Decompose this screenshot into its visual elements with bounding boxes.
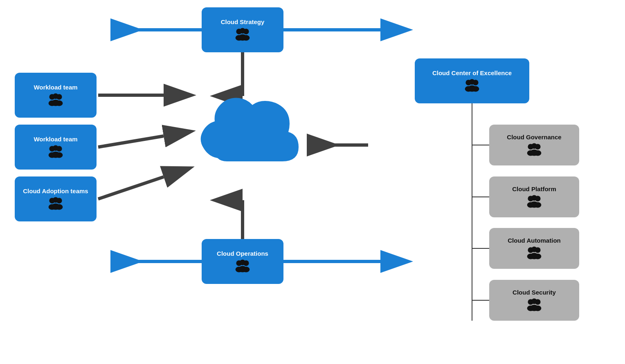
cloud-platform-people-icon: [524, 194, 545, 209]
cloud-shape: [168, 80, 315, 194]
svg-point-36: [238, 266, 247, 272]
cloud-operations-box: Cloud Operations: [202, 239, 283, 284]
cloud-automation-box: Cloud Automation: [489, 228, 579, 269]
svg-point-12: [238, 34, 247, 41]
svg-point-24: [52, 152, 60, 158]
cloud-strategy-box: Cloud Strategy: [202, 7, 283, 52]
cloud-operations-label: Cloud Operations: [217, 250, 268, 257]
diagram-container: Cloud Strategy Workload team Workload te…: [0, 0, 625, 364]
svg-point-48: [530, 150, 539, 156]
svg-point-60: [530, 253, 539, 259]
cloud-platform-label: Cloud Platform: [512, 185, 556, 192]
workload-team-2-label: Workload team: [34, 136, 77, 143]
svg-point-41: [469, 79, 475, 85]
cloud-security-box: Cloud Security: [489, 280, 579, 321]
svg-point-23: [53, 145, 58, 151]
cloud-security-people-icon: [524, 297, 545, 312]
svg-point-35: [240, 259, 245, 265]
svg-point-59: [531, 246, 537, 252]
svg-point-18: [52, 100, 60, 106]
cloud-adoption-teams-box: Cloud Adoption teams: [15, 176, 97, 221]
cloud-strategy-label: Cloud Strategy: [221, 18, 265, 25]
cloud-operations-people-icon: [232, 259, 253, 273]
cloud-automation-label: Cloud Automation: [508, 237, 560, 244]
cloud-platform-box: Cloud Platform: [489, 176, 579, 217]
svg-point-17: [53, 93, 58, 99]
cloud-svg: [168, 80, 315, 194]
adoption-to-cloud-arrow: [98, 177, 164, 199]
svg-point-11: [240, 28, 245, 33]
cloud-adoption-teams-label: Cloud Adoption teams: [23, 188, 88, 194]
cloud-security-label: Cloud Security: [513, 289, 556, 296]
cloud-governance-label: Cloud Governance: [507, 134, 561, 141]
svg-point-47: [531, 143, 537, 149]
cloud-adoption-teams-people-icon: [45, 196, 66, 211]
workload-team-2-box: Workload team: [15, 125, 97, 170]
svg-point-53: [531, 195, 537, 201]
workload-team-1-label: Workload team: [34, 84, 77, 91]
svg-point-66: [530, 305, 539, 311]
cloud-center-of-excellence-label: Cloud Center of Excellence: [432, 69, 512, 76]
cloud-governance-people-icon: [524, 142, 545, 157]
workload-team-1-box: Workload team: [15, 73, 97, 118]
cloud-center-of-excellence-box: Cloud Center of Excellence: [415, 58, 529, 103]
workload-team-2-people-icon: [45, 144, 66, 159]
svg-point-65: [531, 298, 537, 304]
svg-point-29: [53, 197, 58, 203]
svg-point-30: [52, 203, 60, 210]
svg-point-54: [530, 201, 539, 208]
svg-point-42: [468, 85, 477, 92]
cloud-strategy-people-icon: [232, 27, 253, 42]
workload-team-1-people-icon: [45, 92, 66, 107]
cloud-center-people-icon: [461, 78, 483, 93]
cloud-governance-box: Cloud Governance: [489, 125, 579, 165]
cloud-automation-people-icon: [524, 246, 545, 260]
workload2-to-cloud-arrow: [98, 136, 164, 147]
